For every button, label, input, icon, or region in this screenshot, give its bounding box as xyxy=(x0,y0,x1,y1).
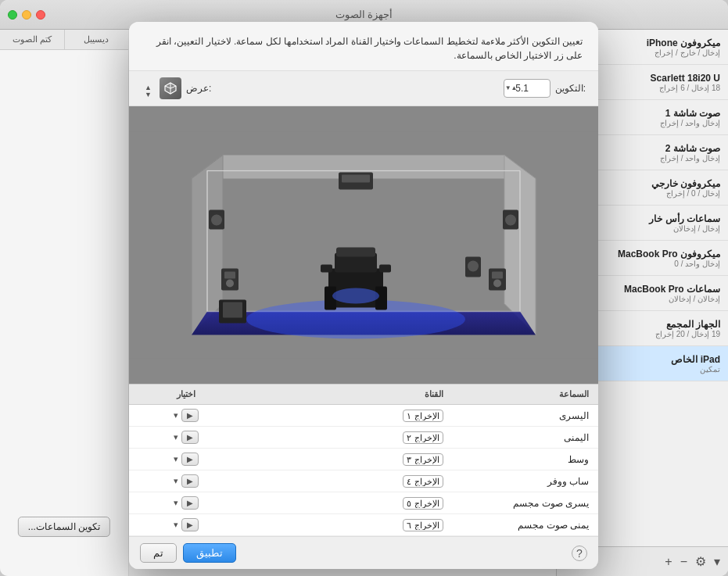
svg-rect-31 xyxy=(342,175,370,183)
3d-view-icon[interactable] xyxy=(160,77,181,99)
left-panel-tabs: ديسيبل كتم الصوت xyxy=(0,30,128,50)
svg-rect-21 xyxy=(321,265,332,273)
channel-select[interactable]: الإخراج ٣ xyxy=(403,453,443,466)
table-row: اليمنى الإخراج ٢ ▶ ▾ xyxy=(129,427,598,449)
channel-select[interactable]: الإخراج ٤ xyxy=(403,475,443,488)
help-button[interactable]: ? xyxy=(572,546,587,561)
table-row: ساب ووفر الإخراج ٤ ▶ ▾ xyxy=(129,470,598,492)
test-button[interactable]: ▶ xyxy=(181,409,199,422)
speaker-name: ساب ووفر xyxy=(453,474,598,488)
svg-rect-25 xyxy=(224,272,235,279)
minimize-button[interactable] xyxy=(22,10,31,20)
test-button[interactable]: ▶ xyxy=(181,496,199,510)
modal-toolbar: :التكوين 5.1 2.0 7.1 ▲▼ :عرض xyxy=(129,71,598,106)
config-controls: :التكوين 5.1 2.0 7.1 ▲▼ xyxy=(504,79,586,98)
test-cell: ▶ ▾ xyxy=(129,495,243,511)
configure-speakers-button[interactable]: تكوين السماعات... xyxy=(18,517,110,537)
speaker-config-modal: تعيين التكوين الأكثر ملاءمة لتخطيط السما… xyxy=(129,22,598,569)
svg-rect-22 xyxy=(379,265,391,273)
channel-select[interactable]: الإخراج ٦ xyxy=(403,519,443,531)
device-text: سماعات رأس خار إدخال / إدخالان xyxy=(593,213,720,233)
channel-select[interactable]: الإخراج ٢ xyxy=(403,431,443,444)
svg-point-29 xyxy=(493,280,501,288)
room-svg xyxy=(129,106,598,384)
dropdown-arrow[interactable]: ▾ xyxy=(174,432,178,442)
close-button[interactable] xyxy=(36,10,45,20)
svg-rect-20 xyxy=(336,248,375,257)
channel-cell: الإخراج ٦ xyxy=(243,517,453,533)
test-cell: ▶ ▾ xyxy=(129,517,243,533)
device-text: Scarlett 18i20 U 18 إدخال / 6 إخراج xyxy=(593,73,720,92)
tab-mute[interactable]: كتم الصوت xyxy=(0,30,64,49)
channel-cell: الإخراج ٥ xyxy=(243,496,453,511)
dropdown-arrow[interactable]: ▾ xyxy=(174,454,178,464)
svg-point-35 xyxy=(211,215,222,226)
device-text: صوت شاشة 2 إدخال واحد / إخراج xyxy=(593,143,720,163)
gear-icon[interactable]: ⚙ xyxy=(695,554,706,569)
test-cell: ▶ ▾ xyxy=(129,451,243,467)
test-button[interactable]: ▶ xyxy=(181,518,199,531)
apply-button[interactable]: تطبيق xyxy=(183,543,236,563)
view-controls: :عرض ▲▼ xyxy=(142,77,211,99)
svg-point-37 xyxy=(505,215,516,226)
done-button[interactable]: تم xyxy=(140,543,177,563)
tab-decibel[interactable]: ديسيبل xyxy=(64,30,129,49)
minus-button[interactable]: − xyxy=(680,555,687,569)
traffic-lights xyxy=(8,10,45,20)
dropdown-arrow[interactable]: ▾ xyxy=(174,476,178,486)
device-text: الجهاز المجمع 19 إدخال / 20 إخراج xyxy=(593,319,720,338)
table-row: يسرى صوت مجسم الإخراج ٥ ▶ ▾ xyxy=(129,492,598,514)
dropdown-arrow[interactable]: ▾ xyxy=(174,498,178,508)
room-visualization xyxy=(129,106,598,384)
fullscreen-button[interactable] xyxy=(8,10,17,20)
footer-buttons: تطبيق تم xyxy=(140,543,236,563)
col-speaker: السماعة xyxy=(453,388,598,401)
table-row: وسط الإخراج ٣ ▶ ▾ xyxy=(129,449,598,470)
device-text: ميكروفون iPhone إدخال / خارج / إخراج xyxy=(593,38,720,57)
test-cell: ▶ ▾ xyxy=(129,407,243,424)
channel-select[interactable]: الإخراج ٥ xyxy=(403,497,443,510)
device-text: ميكروفون خارجي إدخال / 0 / إخراج xyxy=(593,178,720,198)
speaker-name: وسط xyxy=(453,453,598,467)
config-spinner: 5.1 2.0 7.1 ▲▼ xyxy=(504,79,550,98)
modal-footer: ? تطبيق تم xyxy=(129,536,598,569)
speaker-name: اليمنى xyxy=(453,431,598,445)
play-icon: ▶ xyxy=(187,521,193,529)
speaker-table: السماعة القناة اختيار اليسرى الإخراج ١ ▶… xyxy=(129,384,598,536)
test-button[interactable]: ▶ xyxy=(181,474,199,488)
plus-button[interactable]: + xyxy=(665,555,672,569)
window-title: أجهزة الصوت xyxy=(335,9,393,20)
dropdown-arrow[interactable]: ▾ xyxy=(174,520,178,530)
col-test: اختيار xyxy=(129,388,243,401)
svg-point-26 xyxy=(226,280,234,288)
speaker-name: اليسرى xyxy=(453,409,598,423)
device-text: صوت شاشة 1 إدخال واحد / إخراج xyxy=(593,108,720,127)
test-cell: ▶ ▾ xyxy=(129,429,243,445)
dropdown-arrow[interactable]: ▾ xyxy=(174,410,178,420)
svg-rect-33 xyxy=(223,302,242,318)
svg-point-23 xyxy=(332,288,379,304)
play-icon: ▶ xyxy=(187,433,193,442)
play-icon: ▶ xyxy=(187,477,193,485)
channel-select[interactable]: الإخراج ١ xyxy=(403,410,443,422)
test-button[interactable]: ▶ xyxy=(181,453,199,466)
play-icon: ▶ xyxy=(187,411,193,420)
channel-cell: الإخراج ١ xyxy=(243,408,453,424)
view-spinner: ▲▼ xyxy=(142,79,155,98)
chevron-down-icon[interactable]: ▾ xyxy=(714,554,720,569)
speaker-name: يمنى صوت مجسم xyxy=(453,518,598,532)
table-row: يمنى صوت مجسم الإخراج ٦ ▶ ▾ xyxy=(129,514,598,536)
channel-cell: الإخراج ٣ xyxy=(243,452,453,467)
modal-description: تعيين التكوين الأكثر ملاءمة لتخطيط السما… xyxy=(129,22,598,71)
left-panel: ديسيبل كتم الصوت تكوين السماعات... xyxy=(0,30,129,576)
play-icon: ▶ xyxy=(187,455,193,463)
channel-cell: الإخراج ٢ xyxy=(243,430,453,445)
test-cell: ▶ ▾ xyxy=(129,473,243,489)
svg-rect-28 xyxy=(492,272,503,279)
view-arrows[interactable]: ▲▼ xyxy=(142,84,155,98)
test-button[interactable]: ▶ xyxy=(181,431,199,444)
col-channel: القناة xyxy=(243,388,453,401)
config-arrows[interactable]: ▲▼ xyxy=(505,85,518,91)
speaker-name: يسرى صوت مجسم xyxy=(453,496,598,510)
device-text: ميكروفون MacBook Pro إدخال واحد / 0 xyxy=(593,249,720,268)
